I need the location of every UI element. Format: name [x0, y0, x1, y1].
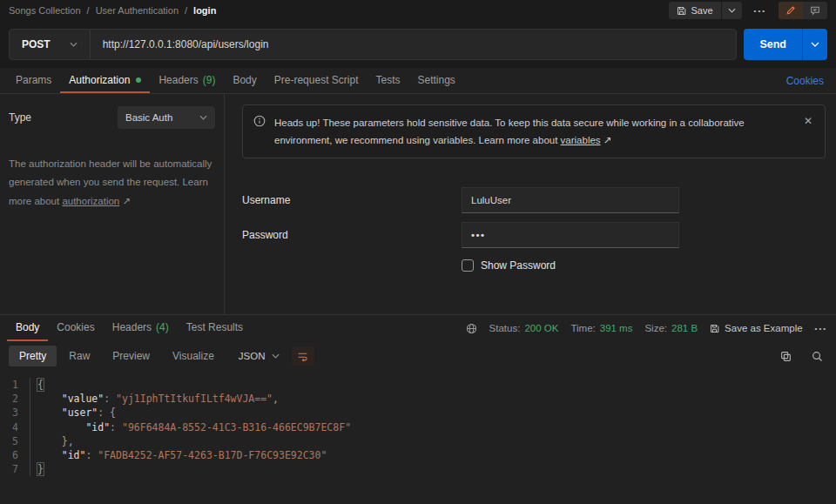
format-selector[interactable]: JSON — [239, 351, 280, 361]
code-line: 5 }, — [0, 434, 836, 448]
auth-description: The authorization header will be automat… — [9, 155, 215, 211]
view-tab-raw[interactable]: Raw — [58, 346, 100, 366]
response-tab-body[interactable]: Body — [7, 315, 48, 341]
response-more-options-button[interactable]: ••• — [815, 325, 827, 333]
line-number: 4 — [0, 420, 30, 434]
network-globe-icon[interactable] — [466, 323, 477, 334]
line-number: 7 — [0, 462, 30, 476]
search-response-button[interactable] — [806, 346, 827, 366]
wrap-line-toggle[interactable] — [292, 346, 314, 366]
tab-label: Test Results — [186, 321, 243, 333]
breadcrumb-collection[interactable]: Songs Collection — [9, 5, 81, 16]
auth-type-panel: Type Basic Auth The authorization header… — [0, 94, 225, 314]
chevron-down-icon — [70, 42, 78, 47]
cookies-link[interactable]: Cookies — [781, 68, 829, 93]
size-label: Size: — [644, 323, 667, 333]
response-tab-cookies[interactable]: Cookies — [48, 315, 103, 341]
sensitive-data-banner: Heads up! These parameters hold sensitiv… — [242, 104, 826, 158]
chevron-down-icon — [272, 353, 280, 359]
copy-icon — [780, 351, 792, 362]
variables-docs-link[interactable]: variables — [561, 135, 601, 145]
edit-request-button[interactable] — [779, 2, 803, 19]
url-input[interactable] — [91, 30, 737, 59]
tab-label: Headers — [112, 321, 152, 333]
method-label: POST — [22, 38, 51, 50]
modified-indicator-dot — [136, 77, 141, 83]
username-input[interactable] — [462, 187, 679, 213]
tab-label: Authorization — [69, 74, 130, 86]
tab-label: Body — [16, 321, 39, 333]
send-options-button[interactable] — [802, 29, 827, 60]
authorization-panel: Type Basic Auth The authorization header… — [0, 94, 836, 314]
line-number: 6 — [0, 448, 30, 462]
auth-type-value: Basic Auth — [125, 112, 172, 123]
view-tab-pretty[interactable]: Pretty — [9, 346, 57, 366]
response-status: Status: 200 OK — [489, 323, 559, 333]
auth-type-selector[interactable]: Basic Auth — [118, 106, 215, 129]
tab-settings[interactable]: Settings — [409, 68, 464, 93]
line-content: "id": "96F6484A-8552-41C3-B316-466EC9B7E… — [30, 420, 351, 434]
more-options-button[interactable]: ••• — [752, 5, 768, 17]
authorization-docs-link[interactable]: authorization — [62, 196, 119, 206]
tab-tests[interactable]: Tests — [367, 68, 408, 93]
tab-pre-request-script[interactable]: Pre-request Script — [266, 68, 367, 93]
line-content: } — [30, 462, 44, 476]
breadcrumb: Songs Collection / User Authentication /… — [9, 5, 216, 16]
save-button-group: Save — [669, 2, 742, 19]
pencil-icon — [785, 5, 796, 16]
size-value: 281 B — [671, 323, 698, 333]
tab-headers[interactable]: Headers (9) — [150, 68, 224, 93]
breadcrumb-request-name[interactable]: login — [193, 5, 216, 16]
line-content: }, — [30, 434, 74, 448]
response-meta: Status: 200 OK Time: 391 ms Size: 281 B … — [252, 315, 829, 341]
response-size: Size: 281 B — [644, 323, 698, 333]
comments-button[interactable] — [803, 2, 827, 19]
view-tab-visualize[interactable]: Visualize — [162, 346, 225, 366]
response-tab-test-results[interactable]: Test Results — [178, 315, 252, 341]
send-button[interactable]: Send — [744, 29, 802, 60]
status-label: Status: — [489, 323, 521, 333]
breadcrumb-folder[interactable]: User Authentication — [96, 5, 179, 16]
save-button-label: Save — [691, 5, 713, 16]
save-button[interactable]: Save — [669, 2, 721, 19]
view-tab-preview[interactable]: Preview — [102, 346, 160, 366]
time-label: Time: — [570, 323, 595, 333]
password-label: Password — [242, 229, 462, 241]
method-selector[interactable]: POST — [10, 30, 91, 59]
tab-label: Tests — [375, 74, 400, 86]
line-number: 5 — [0, 434, 30, 448]
copy-response-button[interactable] — [775, 346, 796, 366]
format-value: JSON — [239, 351, 266, 361]
tab-label: Cookies — [57, 321, 94, 333]
code-line: 3 "user": { — [0, 406, 836, 420]
save-icon — [710, 324, 719, 333]
save-options-button[interactable] — [721, 2, 742, 19]
tab-authorization[interactable]: Authorization — [60, 68, 150, 93]
banner-close-button[interactable]: ✕ — [802, 115, 814, 127]
tab-params[interactable]: Params — [7, 68, 60, 93]
request-url-box: POST — [9, 29, 737, 60]
response-body-code[interactable]: 1{2 "value": "yj1IphTtItkufILtf4wVJA==",… — [0, 371, 836, 504]
save-as-example-button[interactable]: Save as Example — [710, 323, 803, 333]
response-view-toolbar: Pretty Raw Preview Visualize JSON — [0, 341, 836, 371]
banner-message: Heads up! These parameters hold sensitiv… — [274, 114, 793, 149]
password-input[interactable] — [462, 222, 679, 248]
show-password-checkbox[interactable] — [462, 259, 474, 272]
external-link-icon: ↗ — [603, 135, 612, 145]
response-tab-headers[interactable]: Headers (4) — [104, 315, 178, 341]
tab-body[interactable]: Body — [224, 68, 265, 93]
show-password-row: Show Password — [242, 259, 826, 272]
send-button-group: Send — [744, 29, 827, 60]
code-line: 2 "value": "yj1IphTtItkufILtf4wVJA==", — [0, 392, 836, 406]
username-row: Username — [242, 183, 826, 218]
tab-label: Pre-request Script — [274, 74, 359, 86]
info-icon — [253, 115, 266, 127]
comment-icon — [810, 5, 820, 16]
edit-comment-group — [779, 2, 827, 19]
code-line: 1{ — [0, 378, 836, 392]
search-icon — [812, 351, 823, 362]
save-as-example-label: Save as Example — [725, 323, 803, 333]
banner-text: Heads up! These parameters hold sensitiv… — [274, 118, 745, 145]
show-password-label: Show Password — [481, 259, 556, 272]
headers-count: (9) — [203, 74, 216, 86]
